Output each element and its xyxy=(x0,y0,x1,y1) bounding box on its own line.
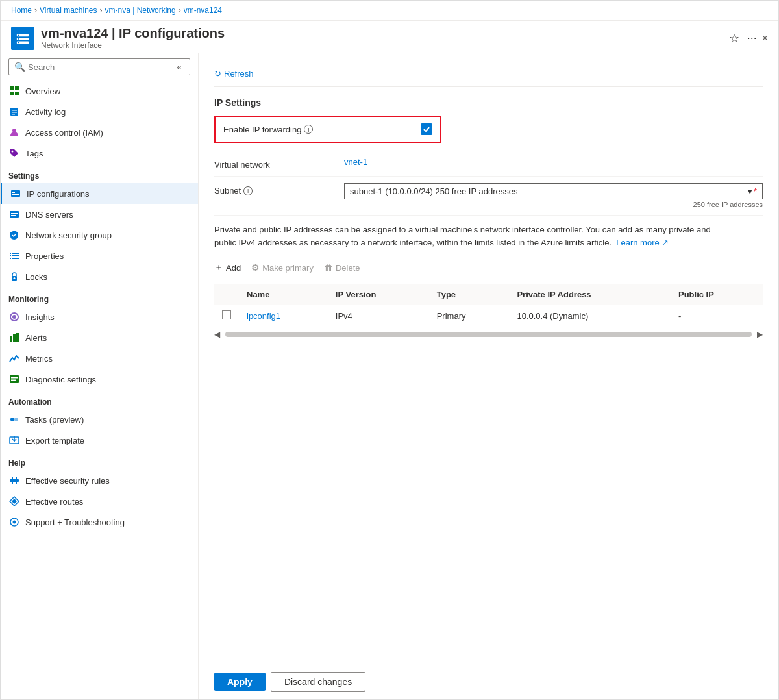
subnet-select[interactable]: subnet-1 (10.0.0.0/24) 250 free IP addre… xyxy=(344,183,763,199)
more-options-icon[interactable]: ··· xyxy=(747,31,757,45)
sidebar-item-properties[interactable]: Properties xyxy=(1,245,198,266)
sidebar: 🔍 « Overview Activity log xyxy=(1,53,199,699)
breadcrumb-home[interactable]: Home xyxy=(11,6,32,15)
search-input[interactable] xyxy=(28,62,177,72)
svg-rect-37 xyxy=(11,380,16,381)
table-cell-private-ip: 10.0.0.4 (Dynamic) xyxy=(509,305,671,327)
svg-rect-27 xyxy=(12,258,19,259)
sidebar-item-properties-label: Properties xyxy=(25,251,64,261)
content-toolbar: ↻ Refresh xyxy=(214,64,763,87)
table-header-checkbox xyxy=(214,284,239,305)
ip-forwarding-info-icon[interactable]: i xyxy=(304,125,313,134)
svg-point-38 xyxy=(10,418,14,421)
scroll-track[interactable] xyxy=(225,332,752,337)
sidebar-item-nsg-label: Network security group xyxy=(25,231,112,240)
make-primary-button[interactable]: ⚙ Make primary xyxy=(251,262,314,273)
ipconfig-link[interactable]: ipconfig1 xyxy=(247,311,280,321)
insights-icon xyxy=(8,311,20,323)
svg-point-15 xyxy=(12,151,14,153)
table-row-checkbox[interactable] xyxy=(222,310,231,319)
resource-icon xyxy=(11,27,34,50)
svg-point-29 xyxy=(14,277,16,279)
header-actions: ☆ ··· xyxy=(729,31,757,45)
search-box[interactable]: 🔍 « xyxy=(8,58,190,75)
breadcrumb-networking[interactable]: vm-nva | Networking xyxy=(105,6,176,15)
table-col-public-ip: Public IP xyxy=(671,284,763,305)
svg-rect-25 xyxy=(12,255,19,256)
close-button[interactable]: × xyxy=(762,32,768,44)
sidebar-item-iam-label: Access control (IAM) xyxy=(25,128,103,138)
sidebar-item-locks[interactable]: Locks xyxy=(1,266,198,287)
sidebar-item-tasks-label: Tasks (preview) xyxy=(25,415,84,425)
monitoring-section-label: Monitoring xyxy=(1,287,198,306)
discard-button[interactable]: Discard changes xyxy=(271,672,365,692)
subnet-info-icon[interactable]: i xyxy=(243,186,253,195)
svg-rect-26 xyxy=(10,258,11,259)
table-cell-name: ipconfig1 xyxy=(239,305,328,327)
horizontal-scrollbar: ◀ ▶ xyxy=(214,327,763,342)
svg-point-31 xyxy=(12,315,16,319)
sidebar-item-overview[interactable]: Overview xyxy=(1,81,198,101)
sidebar-item-dns[interactable]: DNS servers xyxy=(1,204,198,225)
sidebar-item-export[interactable]: Export template xyxy=(1,430,198,451)
add-button[interactable]: ＋ Add xyxy=(214,262,241,273)
subnet-row: Subnet i subnet-1 (10.0.0.0/24) 250 free… xyxy=(214,177,763,216)
ip-description: Private and public IP addresses can be a… xyxy=(214,223,721,249)
svg-rect-24 xyxy=(10,255,11,256)
table-col-name: Name xyxy=(239,284,328,305)
scroll-right-button[interactable]: ▶ xyxy=(757,330,763,339)
collapse-sidebar-button[interactable]: « xyxy=(177,62,182,72)
sidebar-item-iam[interactable]: Access control (IAM) xyxy=(1,122,198,143)
svg-rect-42 xyxy=(12,477,13,479)
sidebar-item-export-label: Export template xyxy=(25,436,84,445)
sidebar-item-tags[interactable]: Tags xyxy=(1,143,198,164)
subnet-note: 250 free IP addresses xyxy=(344,201,763,208)
breadcrumb-current[interactable]: vm-nva124 xyxy=(184,6,222,15)
locks-icon xyxy=(8,271,20,282)
sidebar-item-ip-configurations[interactable]: IP configurations xyxy=(1,183,198,204)
tags-icon xyxy=(8,147,20,159)
table-row: ipconfig1 IPv4 Primary 10.0.0.4 (Dynamic… xyxy=(214,305,763,327)
scroll-left-button[interactable]: ◀ xyxy=(214,330,220,339)
automation-section-label: Automation xyxy=(1,390,198,409)
svg-rect-45 xyxy=(16,482,17,484)
dns-icon xyxy=(8,208,20,220)
svg-point-39 xyxy=(14,418,18,421)
sidebar-item-insights[interactable]: Insights xyxy=(1,306,198,327)
svg-rect-9 xyxy=(15,92,19,95)
header-text-group: vm-nva124 | IP configurations Network In… xyxy=(41,26,729,50)
delete-label: Delete xyxy=(336,263,360,273)
sidebar-item-diagnostic-label: Diagnostic settings xyxy=(25,375,96,384)
svg-rect-34 xyxy=(16,333,19,342)
page-title: vm-nva124 | IP configurations xyxy=(41,26,729,41)
svg-rect-11 xyxy=(12,110,17,111)
svg-rect-7 xyxy=(15,86,19,90)
svg-rect-33 xyxy=(13,334,16,342)
breadcrumb-vms[interactable]: Virtual machines xyxy=(40,6,97,15)
apply-button[interactable]: Apply xyxy=(214,673,266,691)
svg-rect-19 xyxy=(10,211,19,218)
sidebar-item-metrics[interactable]: Metrics xyxy=(1,348,198,369)
export-icon xyxy=(8,434,20,446)
sidebar-nav: Overview Activity log Access control (IA… xyxy=(1,81,198,699)
sidebar-item-nsg[interactable]: Network security group xyxy=(1,225,198,245)
learn-more-link[interactable]: Learn more ↗ xyxy=(616,238,669,247)
ip-forwarding-checkbox[interactable] xyxy=(421,123,432,135)
sidebar-item-effective-routes[interactable]: Effective routes xyxy=(1,491,198,512)
delete-button[interactable]: 🗑 Delete xyxy=(324,262,360,273)
table-cell-type: Primary xyxy=(429,305,510,327)
refresh-button[interactable]: ↻ Refresh xyxy=(214,69,254,79)
sidebar-item-activity-log[interactable]: Activity log xyxy=(1,101,198,122)
sidebar-item-diagnostic[interactable]: Diagnostic settings xyxy=(1,369,198,390)
sidebar-item-effective-security[interactable]: Effective security rules xyxy=(1,470,198,491)
virtual-network-link[interactable]: vnet-1 xyxy=(344,157,367,167)
iam-icon xyxy=(8,127,20,138)
sidebar-item-tasks[interactable]: Tasks (preview) xyxy=(1,409,198,430)
star-icon[interactable]: ☆ xyxy=(729,31,739,45)
sidebar-item-alerts[interactable]: Alerts xyxy=(1,327,198,348)
sidebar-item-support[interactable]: Support + Troubleshooting xyxy=(1,512,198,532)
delete-icon: 🗑 xyxy=(324,262,333,273)
breadcrumb: Home › Virtual machines › vm-nva | Netwo… xyxy=(1,1,778,21)
sidebar-item-tags-label: Tags xyxy=(25,149,43,158)
activity-log-icon xyxy=(8,106,20,118)
